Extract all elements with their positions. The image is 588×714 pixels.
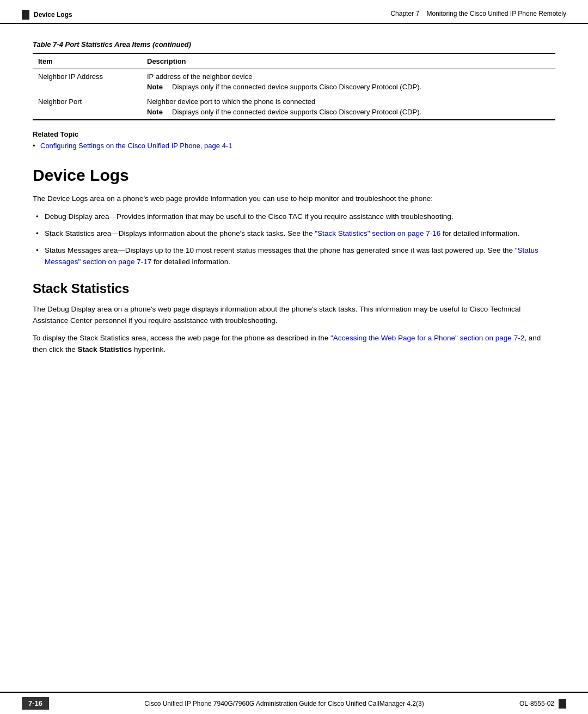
table-caption: Table 7-4 Port Statistics Area Items (co…	[33, 40, 555, 48]
list-item: Debug Display area—Provides information …	[33, 211, 555, 223]
main-content: Table 7-4 Port Statistics Area Items (co…	[0, 24, 588, 395]
device-logs-heading: Device Logs	[33, 166, 555, 185]
note-block: Note Displays only if the connected devi…	[147, 83, 550, 91]
list-item: Status Messages area—Displays up to the …	[33, 245, 555, 268]
table-header-item: Item	[33, 53, 142, 69]
header-left: Device Logs	[22, 10, 72, 20]
note-text: Displays only if the connected device su…	[172, 108, 421, 116]
note-block: Note Displays only if the connected devi…	[147, 108, 550, 116]
table-cell-item: Neighbor IP Address	[33, 69, 142, 95]
footer-doc-num: OL-8555-02	[519, 699, 566, 709]
stack-statistics-para2: To display the Stack Statistics area, ac…	[33, 333, 555, 356]
note-text: Displays only if the connected device su…	[172, 83, 421, 91]
stack-statistics-link[interactable]: "Stack Statistics" section on page 7-16	[315, 229, 440, 237]
footer-doc-title: Cisco Unified IP Phone 7940G/7960G Admin…	[49, 700, 519, 707]
note-label: Note	[147, 83, 168, 91]
port-statistics-table: Item Description Neighbor IP Address IP …	[33, 53, 555, 120]
device-logs-bullets: Debug Display area—Provides information …	[33, 211, 555, 268]
page-footer: 7-16 Cisco Unified IP Phone 7940G/7960G …	[0, 692, 588, 714]
footer-page-number: 7-16	[22, 697, 49, 710]
table-header-desc: Description	[142, 53, 555, 69]
stack-statistics-para1: The Debug Display area on a phone's web …	[33, 304, 555, 327]
header-chapter: Chapter 7 Monitoring the Cisco Unified I…	[390, 10, 566, 17]
accessing-web-page-link[interactable]: "Accessing the Web Page for a Phone" sec…	[330, 334, 524, 342]
list-item: Configuring Settings on the Cisco Unifie…	[33, 142, 555, 150]
bookmark-icon	[22, 10, 29, 20]
bookmark-icon-right	[559, 699, 566, 709]
table-row: Neighbor IP Address IP address of the ne…	[33, 69, 555, 95]
related-topic-title: Related Topic	[33, 130, 555, 138]
table-cell-item: Neighbor Port	[33, 94, 142, 120]
stack-statistics-bold: Stack Statistics	[78, 345, 132, 353]
stack-statistics-heading: Stack Statistics	[33, 281, 555, 296]
table-cell-desc: Neighbor device port to which the phone …	[142, 94, 555, 120]
note-label: Note	[147, 108, 168, 116]
related-topic-link[interactable]: Configuring Settings on the Cisco Unifie…	[40, 142, 232, 150]
device-logs-intro: The Device Logs area on a phone's web pa…	[33, 193, 555, 205]
related-topic-list: Configuring Settings on the Cisco Unifie…	[33, 142, 555, 150]
header-breadcrumb: Device Logs	[34, 11, 72, 19]
table-row: Neighbor Port Neighbor device port to wh…	[33, 94, 555, 120]
related-topic-section: Related Topic Configuring Settings on th…	[33, 130, 555, 150]
header-right: Chapter 7 Monitoring the Cisco Unified I…	[390, 10, 566, 17]
list-item: Stack Statistics area—Displays informati…	[33, 228, 555, 240]
table-cell-desc: IP address of the neighbor device Note D…	[142, 69, 555, 95]
page-header: Device Logs Chapter 7 Monitoring the Cis…	[0, 0, 588, 24]
